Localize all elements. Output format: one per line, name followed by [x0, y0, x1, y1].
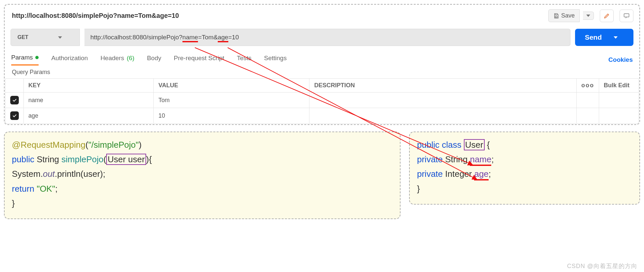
class-box: User [464, 139, 485, 150]
param-box: User user [106, 154, 146, 165]
bulk-edit-link[interactable]: Bulk Edit [599, 79, 639, 93]
svg-rect-0 [555, 16, 557, 18]
param-desc[interactable] [309, 93, 577, 108]
tab-tests[interactable]: Tests [237, 55, 251, 65]
param-row: age 10 [6, 108, 639, 124]
cookies-link[interactable]: Cookies [608, 56, 633, 63]
tab-params[interactable]: Params [11, 54, 39, 65]
pencil-icon [603, 13, 610, 19]
col-description: DESCRIPTION [309, 79, 577, 93]
param-value[interactable]: 10 [154, 108, 309, 124]
chevron-down-icon [614, 36, 618, 39]
floppy-icon [553, 13, 559, 19]
tabs: Params Authorization Headers (6) Body Pr… [5, 46, 639, 67]
send-label: Send [585, 33, 602, 41]
row-checkbox[interactable] [10, 96, 19, 104]
col-value: VALUE [154, 79, 309, 93]
save-label: Save [561, 12, 575, 19]
chevron-down-icon [58, 36, 62, 39]
comment-icon [623, 13, 630, 19]
url-input[interactable]: http://localhost:8080/simplePojo?name=To… [84, 29, 570, 46]
tab-authorization[interactable]: Authorization [51, 55, 88, 65]
title-bar: http://localhost:8080/simplePojo?name=To… [5, 5, 639, 25]
col-checkbox [6, 79, 24, 93]
row-checkbox[interactable] [10, 111, 19, 120]
tab-body[interactable]: Body [147, 55, 161, 65]
edit-button[interactable] [600, 10, 614, 22]
param-key[interactable]: name [24, 93, 154, 108]
tab-settings[interactable]: Settings [264, 55, 287, 65]
save-button[interactable]: Save [548, 9, 580, 22]
controller-code: @RequestMapping("/simplePojo") public St… [4, 132, 401, 219]
save-dropdown[interactable] [583, 12, 594, 20]
col-more[interactable]: ooo [577, 79, 599, 93]
method-select[interactable]: GET [11, 29, 80, 46]
send-button[interactable]: Send [575, 29, 633, 46]
request-title: http://localhost:8080/simplePojo?name=To… [12, 12, 545, 19]
postman-panel: http://localhost:8080/simplePojo?name=To… [4, 4, 640, 125]
param-key[interactable]: age [24, 108, 154, 124]
tab-headers[interactable]: Headers (6) [100, 55, 134, 65]
method-label: GET [17, 34, 28, 40]
comment-button[interactable] [620, 10, 633, 22]
params-table: KEY VALUE DESCRIPTION ooo Bulk Edit name… [5, 78, 639, 124]
chevron-down-icon [586, 15, 590, 17]
param-value[interactable]: Tom [154, 93, 309, 108]
col-key: KEY [24, 79, 154, 93]
param-desc[interactable] [309, 108, 577, 124]
user-class-code: public class User { private String name;… [409, 132, 640, 205]
tab-prerequest[interactable]: Pre-request Script [174, 55, 224, 65]
param-row: name Tom [6, 93, 639, 108]
svg-rect-1 [624, 14, 629, 17]
request-row: GET http://localhost:8080/simplePojo?nam… [5, 25, 639, 46]
code-row: @RequestMapping("/simplePojo") public St… [4, 132, 640, 219]
query-params-label: Query Params [5, 67, 639, 78]
active-dot-icon [35, 56, 39, 59]
